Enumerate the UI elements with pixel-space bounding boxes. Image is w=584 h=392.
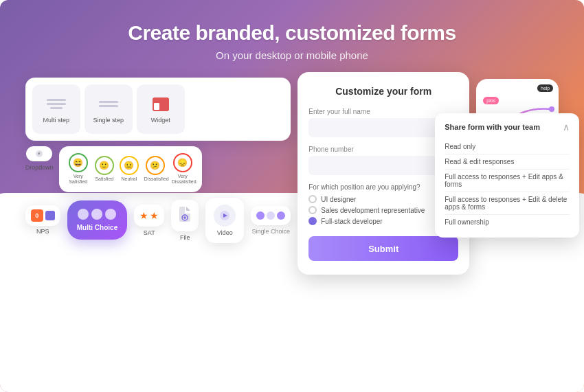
emoji-face-4: 😕 [146,156,165,175]
video-icon [214,205,236,227]
form-type-multi[interactable]: Multi step [32,84,80,134]
mc-circle-2 [91,209,102,220]
emoji-face-5: 😞 [173,153,192,172]
file-label: File [180,234,190,241]
sat-icon-wrap: ★ ★ [134,205,164,227]
single-choice-label: Single Choice [251,228,290,235]
sc-dot-1 [256,211,265,220]
single-line-1 [99,101,118,103]
nps-num: 0 [31,209,43,222]
single-step-label: Single step [93,117,124,124]
file-icon [177,205,193,223]
emoji-satisfied: 🙂 Satisfied [95,156,114,182]
star-2: ★ [150,210,159,221]
emoji-label-1: Very Satisfied [67,174,89,185]
file-icon-wrap[interactable] [171,200,199,231]
share-dropdown: Share form with your team ∧ Read only Re… [435,113,579,238]
single-line-2 [99,105,118,107]
nps-label: NPS [36,228,49,235]
form-card: Customize your form Enter your full name… [297,72,469,275]
video-card[interactable]: Video [205,198,244,243]
emoji-very-dissatisfied: 😞 Very Dissatisfied [172,153,194,185]
radio-label-2: Sales development representative [321,207,425,214]
share-title: Share form with your team [445,123,540,131]
emoji-dissatisfied: 😕 Dissatisfied [144,156,166,182]
emoji-neutral: 😐 Neutral [120,156,139,182]
content-area: Multi step Single step Widget [14,72,570,385]
widget-icon [148,95,173,113]
fullname-label: Enter your full name [308,108,458,115]
multi-step-label: Multi step [43,117,70,124]
radio-dot-3 [308,217,317,225]
sc-dot-2 [267,211,275,220]
mc-circle-3 [105,209,116,220]
icon-line-1 [47,99,66,101]
close-icon[interactable]: ∧ [563,122,570,132]
main-title: Create branded, customized forms [128,21,456,45]
file-card: File [171,200,199,241]
emoji-label-5: Very Dissatisfied [172,174,194,185]
star-1: ★ [139,210,148,221]
background: Create branded, customized forms On your… [0,0,584,392]
submit-button[interactable]: Submit [308,236,458,261]
nps-dot [45,211,55,220]
emoji-label-4: Dissatisfied [144,176,166,182]
left-panel: Multi step Single step Widget [25,78,291,243]
nps-wrap: 0 NPS [25,205,60,235]
dropdown-pill[interactable]: ▾ [26,146,52,161]
dropdown-wrap: ▾ Dropdown [25,146,54,171]
emoji-face-1: 😄 [69,153,88,172]
emoji-label-2: Satisfied [95,176,113,182]
help-tag: help [537,84,553,92]
sc-dot-3 [277,211,285,220]
icon-line-2 [47,103,66,105]
center-panel: Customize your form Enter your full name… [297,72,469,275]
share-option-1[interactable]: Read only [445,139,570,154]
emoji-face-2: 🙂 [95,156,114,175]
radio-dot-1 [308,195,317,203]
radio-label-1: UI designer [321,196,356,203]
subtitle: On your desktop or mobile phone [128,49,456,61]
bottom-icons-row: 0 NPS Multi Choice [25,198,291,243]
sc-dots [256,211,285,220]
form-card-title: Customize your form [308,86,458,97]
share-option-3[interactable]: Full access to responses + Edit apps & f… [445,170,570,192]
chevron-down-icon: ▾ [36,150,43,157]
emoji-label-3: Neutral [122,176,137,182]
form-types-container: Multi step Single step Widget [25,78,291,141]
emoji-card: 😄 Very Satisfied 🙂 Satisfied 😐 Neutral 😕… [59,146,202,192]
single-choice-card: Single Choice [251,206,291,235]
share-option-5[interactable]: Full ownership [445,215,570,229]
multi-step-icon [44,95,69,113]
multichoice-label: Multi Choice [77,224,117,231]
single-choice-icon-wrap [251,206,291,225]
radio-label-3: Full-stack developer [321,218,382,225]
video-label: Video [217,229,233,236]
emoji-very-satisfied: 😄 Very Satisfied [67,153,89,185]
widget-label: Widget [151,117,170,124]
header: Create branded, customized forms On your… [128,21,456,61]
widget-icon-box [153,97,169,111]
video-play-icon [219,210,230,221]
mc-circle-1 [78,209,89,220]
nps-badge[interactable]: 0 [25,205,60,226]
icon-line-3 [50,107,63,109]
svg-point-4 [549,106,554,112]
emoji-face-3: 😐 [120,156,139,175]
single-step-icon [96,95,121,113]
mc-circles [78,209,116,220]
star-row: ★ ★ [139,210,159,221]
radio-dot-2 [308,206,317,214]
share-header: Share form with your team ∧ [445,122,570,132]
dropdown-label: Dropdown [25,164,54,171]
sat-label: SAT [144,229,155,236]
share-option-4[interactable]: Full access to responses + Edit & delete… [445,192,570,215]
emoji-row: ▾ Dropdown 😄 Very Satisfied 🙂 Satisfied [25,146,291,192]
share-option-2[interactable]: Read & edit responses [445,154,570,170]
multi-choice-card[interactable]: Multi Choice [67,200,127,240]
form-type-single[interactable]: Single step [85,84,133,134]
sat-card: ★ ★ SAT [134,205,164,236]
form-type-widget[interactable]: Widget [137,84,185,134]
